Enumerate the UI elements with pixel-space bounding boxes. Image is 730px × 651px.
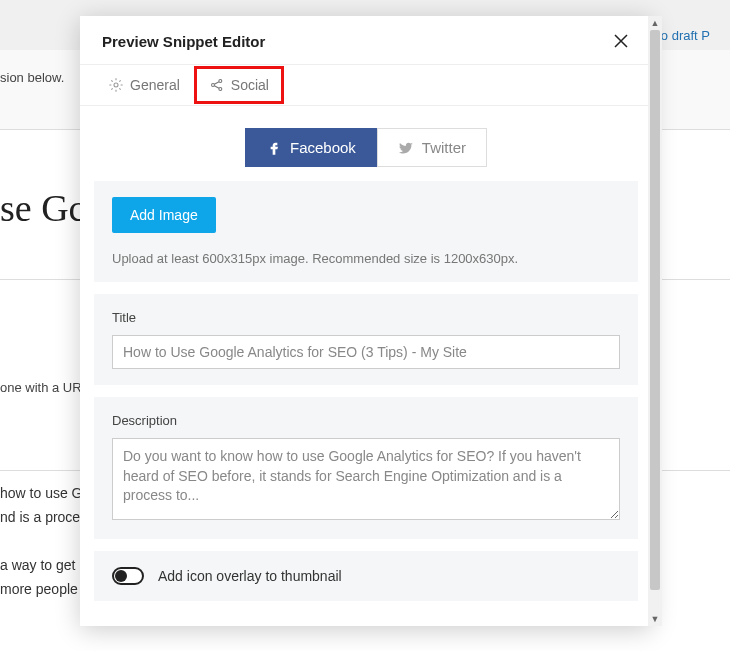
description-panel: Description xyxy=(94,397,638,539)
image-hint: Upload at least 600x315px image. Recomme… xyxy=(112,251,620,266)
add-image-button[interactable]: Add Image xyxy=(112,197,216,233)
svg-point-3 xyxy=(219,88,222,91)
tab-social[interactable]: Social xyxy=(194,66,284,104)
sub-tab-twitter-label: Twitter xyxy=(422,139,466,156)
gear-icon xyxy=(108,77,124,93)
editor-tabs: General Social xyxy=(80,64,652,106)
tab-general[interactable]: General xyxy=(94,65,194,105)
description-label: Description xyxy=(112,413,620,428)
modal-title: Preview Snippet Editor xyxy=(102,33,265,50)
modal-content: Facebook Twitter Add Image Upload at lea… xyxy=(80,106,652,601)
title-input[interactable] xyxy=(112,335,620,369)
modal-header: Preview Snippet Editor xyxy=(80,16,652,64)
description-textarea[interactable] xyxy=(112,438,620,520)
icon-overlay-panel: Add icon overlay to thumbnail xyxy=(94,551,638,601)
twitter-icon xyxy=(398,140,414,156)
title-label: Title xyxy=(112,310,620,325)
snippet-editor-modal: Preview Snippet Editor General Social Fa… xyxy=(80,16,652,626)
svg-point-1 xyxy=(211,84,214,87)
close-button[interactable] xyxy=(612,32,630,50)
scroll-down-icon[interactable]: ▼ xyxy=(648,612,662,626)
svg-point-0 xyxy=(114,83,118,87)
image-panel: Add Image Upload at least 600x315px imag… xyxy=(94,181,638,282)
scroll-thumb[interactable] xyxy=(650,30,660,590)
icon-overlay-toggle[interactable] xyxy=(112,567,144,585)
sub-tab-facebook[interactable]: Facebook xyxy=(245,128,377,167)
tab-general-label: General xyxy=(130,77,180,93)
svg-point-2 xyxy=(219,80,222,83)
share-icon xyxy=(209,77,225,93)
title-panel: Title xyxy=(94,294,638,385)
icon-overlay-label: Add icon overlay to thumbnail xyxy=(158,568,342,584)
social-sub-tabs: Facebook Twitter xyxy=(94,128,638,167)
sub-tab-twitter[interactable]: Twitter xyxy=(377,128,487,167)
scroll-up-icon[interactable]: ▲ xyxy=(648,16,662,30)
facebook-icon xyxy=(266,140,282,156)
close-icon xyxy=(612,32,630,50)
bg-draft-link[interactable]: to draft P xyxy=(657,28,710,43)
sub-tab-facebook-label: Facebook xyxy=(290,139,356,156)
tab-social-label: Social xyxy=(231,77,269,93)
scrollbar[interactable]: ▲ ▼ xyxy=(648,16,662,626)
